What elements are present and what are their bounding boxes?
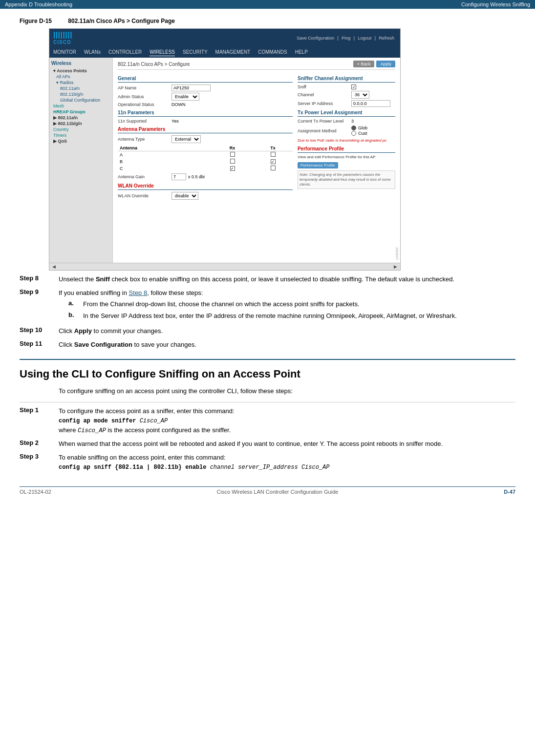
sidebar-title: Wireless [51, 61, 110, 66]
save-config-link[interactable]: Save Configuration [297, 36, 334, 41]
antenna-c-tx-checkbox[interactable] [271, 166, 276, 170]
antenna-a-tx-checkbox[interactable] [271, 152, 276, 157]
channel-label: Channel [298, 92, 351, 97]
cli-step-3-label: Step 3 [20, 453, 59, 460]
admin-status-label: Admin Status [118, 94, 171, 99]
scroll-right-arrow[interactable]: ▶ [394, 264, 397, 269]
admin-status-select[interactable]: Enable Disable [171, 93, 199, 101]
nav-commands[interactable]: COMMANDS [258, 48, 287, 56]
antenna-row-b: B ✓ [118, 158, 293, 165]
antenna-a-rx[interactable] [212, 151, 253, 159]
step-8-row: Step 8 Unselect the Sniff check box to e… [20, 274, 515, 284]
sidebar-item-80211bgn-section[interactable]: ▶ 802.11b/g/n [51, 121, 110, 126]
antenna-type-select[interactable]: External Internal [171, 135, 201, 143]
watermark: 280647 [395, 247, 399, 260]
sidebar-item-radios[interactable]: ▾ Radios [51, 80, 110, 85]
step-8-link[interactable]: Step 8 [129, 289, 148, 296]
intro-text: To configure sniffing on an access point… [59, 386, 515, 396]
wlc-right-panel: Sniffer Channel Assignment Sniff ✓ Chann… [298, 73, 395, 201]
cli-step-3-text: To enable sniffing on the access point, … [59, 454, 226, 461]
nav-monitor[interactable]: MONITOR [53, 48, 76, 56]
sidebar-item-global-config[interactable]: Global Configuration [51, 97, 110, 103]
antenna-b-label: B [118, 158, 212, 165]
sidebar-item-80211an-section[interactable]: ▶ 802.11a/n [51, 115, 110, 121]
figure-title: 802.11a/n Cisco APs > Configure Page [68, 18, 175, 24]
antenna-a-rx-checkbox[interactable] [230, 152, 235, 157]
wlc-content-area: General AP Name Admin Status Enable Disa… [118, 73, 395, 201]
assignment-method-label: Assignment Method [298, 128, 351, 133]
antenna-b-rx[interactable] [212, 158, 253, 165]
antenna-c-rx-checkbox[interactable]: ✓ [230, 166, 235, 171]
sidebar-item-80211bgn[interactable]: 802.11b/g/n [51, 91, 110, 97]
ping-link[interactable]: Ping [342, 36, 350, 41]
sidebar-item-all-aps[interactable]: All APs [51, 74, 110, 80]
cli-step-2-label: Step 2 [20, 439, 59, 446]
wlc-left-panel: General AP Name Admin Status Enable Disa… [118, 73, 293, 201]
admin-status-row: Admin Status Enable Disable [118, 93, 293, 101]
antenna-gain-input[interactable] [171, 173, 186, 180]
sidebar-item-qos[interactable]: ▶ QoS [51, 138, 110, 144]
wlc-action-buttons: < Back Apply [353, 61, 395, 67]
nav-controller[interactable]: CONTROLLER [108, 48, 142, 56]
wlc-main: 802.11a/n Cisco APs > Configure < Back A… [113, 58, 400, 263]
footer-right: D-47 [504, 489, 515, 495]
antenna-gain-label: Antenna Gain [118, 174, 171, 179]
channel-row: Channel 36 40 44 [298, 91, 395, 99]
cli-step-1-italic: Cisco_AP [140, 418, 168, 424]
antenna-a-tx[interactable] [253, 151, 293, 159]
section-divider [20, 359, 515, 360]
sub-steps: a. From the Channel drop-down list, choo… [68, 299, 457, 320]
antenna-type-label: Antenna Type [118, 137, 171, 142]
ap-name-input[interactable] [171, 84, 211, 91]
rx-col-header: Rx [212, 145, 253, 151]
cust-radio[interactable] [351, 131, 356, 136]
refresh-link[interactable]: Refresh [379, 36, 394, 41]
ap-name-label: AP Name [118, 85, 171, 90]
cli-step-1-where-text: is the access point configured as the sn… [106, 426, 231, 434]
current-tx-power-label: Current Tx Power Level [298, 119, 351, 124]
sidebar-item-80211an[interactable]: 802.11a/n [51, 85, 110, 91]
cli-step-3-row: Step 3 To enable sniffing on the access … [20, 453, 515, 472]
sidebar-item-country[interactable]: Country [51, 126, 110, 132]
perf-profile-button[interactable]: Performance Profile [298, 162, 338, 168]
step-9-text: If you enabled sniffing in Step 8, follo… [59, 289, 203, 296]
screenshot-footer: ◀ ▶ [49, 263, 400, 270]
step-10-content: Click Apply to commit your changes. [59, 326, 163, 336]
step-10-label: Step 10 [20, 326, 59, 334]
antenna-c-label: C [118, 165, 212, 172]
antenna-b-tx-checkbox[interactable]: ✓ [271, 159, 276, 164]
11n-supported-value: Yes [171, 119, 179, 124]
antenna-gain-row: Antenna Gain x 0.5 dbi [118, 173, 293, 180]
nav-wireless[interactable]: WIRELESS [150, 48, 175, 56]
sidebar-item-mesh[interactable]: Mesh [51, 103, 110, 109]
antenna-c-rx[interactable]: ✓ [212, 165, 253, 172]
cli-step-3-italic: channel server_IP_address Cisco_AP [210, 464, 330, 471]
glob-radio-row: Glob [351, 126, 367, 130]
antenna-c-tx[interactable] [253, 165, 293, 172]
nav-management[interactable]: MANAGEMENT [215, 48, 251, 56]
doc-body: Step 8 Unselect the Sniff check box to e… [20, 274, 515, 472]
wlc-header: ||||||||CISCO Save Configuration | Ping … [49, 29, 400, 47]
sidebar-item-timers[interactable]: Timers [51, 132, 110, 138]
save-config-bold: Save Configuration [74, 341, 132, 348]
nav-help[interactable]: HELP [295, 48, 308, 56]
wlan-override-select[interactable]: disable enable [171, 192, 198, 200]
channel-select[interactable]: 36 40 44 [351, 91, 369, 99]
sidebar-item-access-points[interactable]: ▾ Access Points [51, 68, 110, 74]
back-button[interactable]: < Back [353, 61, 375, 67]
wlc-sidebar: Wireless ▾ Access Points All APs ▾ Radio… [49, 58, 113, 263]
server-ip-input[interactable] [351, 100, 390, 107]
antenna-b-rx-checkbox[interactable] [230, 159, 235, 164]
scroll-left-arrow[interactable]: ◀ [52, 264, 56, 269]
antenna-b-tx[interactable]: ✓ [253, 158, 293, 165]
sniff-checkbox[interactable]: ✓ [351, 84, 356, 89]
apply-button[interactable]: Apply [376, 61, 395, 67]
glob-radio[interactable] [351, 126, 356, 130]
nav-security[interactable]: SECURITY [183, 48, 208, 56]
sidebar-item-hreap[interactable]: HREAP Groups [51, 109, 110, 115]
antenna-row-c: C ✓ [118, 165, 293, 172]
nav-wlans[interactable]: WLANs [84, 48, 101, 56]
step-9-row: Step 9 If you enabled sniffing in Step 8… [20, 288, 515, 323]
antenna-col-header: Antenna [118, 145, 212, 151]
logout-link[interactable]: Logout [358, 36, 372, 41]
